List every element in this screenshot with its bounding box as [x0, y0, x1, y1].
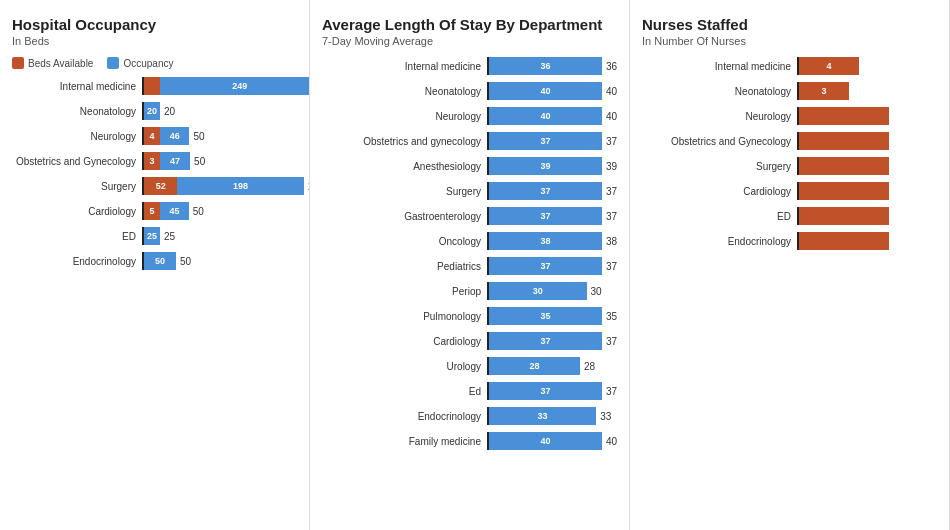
bar-end-value: 50 — [193, 131, 204, 142]
table-row: Cardiology — [642, 182, 937, 200]
bar-blue: 39 — [489, 157, 602, 175]
bar-label: Neurology — [12, 131, 142, 142]
panel1-chart: Internal medicine249250Neonatology2020Ne… — [12, 77, 297, 270]
bar-container: 50 — [144, 252, 176, 270]
bar-label: Anesthesiology — [322, 161, 487, 172]
table-row: Neurology — [642, 107, 937, 125]
bar-orange — [799, 182, 889, 200]
bar-blue: 50 — [144, 252, 176, 270]
bar-blue: 45 — [160, 202, 189, 220]
bar-label: Pulmonology — [322, 311, 487, 322]
bar-container: 25 — [144, 227, 160, 245]
bar-blue: 35 — [489, 307, 602, 325]
bar-orange — [799, 232, 889, 250]
bar-orange: 3 — [144, 152, 160, 170]
bar-label: Cardiology — [12, 206, 142, 217]
table-row: Cardiology3737 — [322, 332, 617, 350]
table-row: Cardiology54550 — [12, 202, 297, 220]
bar-orange — [799, 157, 889, 175]
bar-container: 545 — [144, 202, 189, 220]
bar-end-value: 36 — [606, 61, 617, 72]
table-row: Family medicine4040 — [322, 432, 617, 450]
bar-label: Surgery — [642, 161, 797, 172]
table-row: Ed3737 — [322, 382, 617, 400]
bar-orange — [144, 77, 160, 95]
bar-label: Urology — [322, 361, 487, 372]
bar-blue: 20 — [144, 102, 160, 120]
bar-label: Neonatology — [322, 86, 487, 97]
bar-orange: 4 — [144, 127, 160, 145]
bar-label: Surgery — [12, 181, 142, 192]
bar-blue: 25 — [144, 227, 160, 245]
table-row: Neonatology3 — [642, 82, 937, 100]
table-row: Pediatrics3737 — [322, 257, 617, 275]
table-row: Obstetrics and gynecology3737 — [322, 132, 617, 150]
bar-label: Periop — [322, 286, 487, 297]
bar-end-value: 37 — [606, 386, 617, 397]
table-row: Pulmonology3535 — [322, 307, 617, 325]
legend-orange-box — [12, 57, 24, 69]
bar-label: Neonatology — [12, 106, 142, 117]
table-row: Anesthesiology3939 — [322, 157, 617, 175]
legend-blue: Occupancy — [107, 57, 173, 69]
table-row: Neurology44650 — [12, 127, 297, 145]
bar-label: Neurology — [322, 111, 487, 122]
bar-orange — [799, 207, 889, 225]
panel-hospital-occupancy: Hospital Occupancy In Beds Beds Availabl… — [0, 0, 310, 530]
table-row: Gastroenterology3737 — [322, 207, 617, 225]
bar-end-value: 50 — [194, 156, 205, 167]
bar-container: 20 — [144, 102, 160, 120]
panel3-chart: Internal medicine4Neonatology3NeurologyO… — [642, 57, 937, 250]
bar-label: Internal medicine — [322, 61, 487, 72]
bar-label: Surgery — [322, 186, 487, 197]
bar-end-value: 28 — [584, 361, 595, 372]
bar-label: Gastroenterology — [322, 211, 487, 222]
panel1-legend: Beds Available Occupancy — [12, 57, 297, 69]
table-row: Internal medicine4 — [642, 57, 937, 75]
legend-blue-box — [107, 57, 119, 69]
bar-blue: 40 — [489, 432, 602, 450]
bar-end-value: 37 — [606, 261, 617, 272]
bar-blue: 46 — [160, 127, 189, 145]
table-row: Endocrinology — [642, 232, 937, 250]
bar-label: Endocrinology — [322, 411, 487, 422]
panel-nurses-staffed: Nurses Staffed In Number Of Nurses Inter… — [630, 0, 950, 530]
bar-end-value: 30 — [591, 286, 602, 297]
bar-end-value: 38 — [606, 236, 617, 247]
bar-orange — [799, 132, 889, 150]
bar-end-value: 37 — [606, 186, 617, 197]
bar-container: 52198 — [144, 177, 304, 195]
table-row: Urology2828 — [322, 357, 617, 375]
table-row: Surgery — [642, 157, 937, 175]
bar-label: Family medicine — [322, 436, 487, 447]
panel-avg-length: Average Length Of Stay By Department 7-D… — [310, 0, 630, 530]
bar-blue: 33 — [489, 407, 596, 425]
legend-orange-label: Beds Available — [28, 58, 93, 69]
bar-label: Cardiology — [322, 336, 487, 347]
bar-label: Pediatrics — [322, 261, 487, 272]
table-row: Neonatology2020 — [12, 102, 297, 120]
bar-orange: 52 — [144, 177, 177, 195]
bar-blue: 37 — [489, 207, 602, 225]
bar-blue: 40 — [489, 82, 602, 100]
bar-label: Internal medicine — [12, 81, 142, 92]
bar-end-value: 33 — [600, 411, 611, 422]
bar-end-value: 40 — [606, 86, 617, 97]
bar-label: Endocrinology — [642, 236, 797, 247]
bar-container: 249 — [144, 77, 310, 95]
table-row: Neurology4040 — [322, 107, 617, 125]
bar-blue: 37 — [489, 382, 602, 400]
panel1-title: Hospital Occupancy — [12, 16, 297, 33]
table-row: Endocrinology3333 — [322, 407, 617, 425]
legend-orange: Beds Available — [12, 57, 93, 69]
bar-blue: 37 — [489, 132, 602, 150]
bar-label: Ed — [322, 386, 487, 397]
bar-label: Obstetrics and Gynecology — [642, 136, 797, 147]
bar-blue: 47 — [160, 152, 190, 170]
table-row: Periop3030 — [322, 282, 617, 300]
bar-container: 347 — [144, 152, 190, 170]
bar-blue: 40 — [489, 107, 602, 125]
bar-end-value: 37 — [606, 336, 617, 347]
bar-container: 446 — [144, 127, 189, 145]
bar-end-value: 39 — [606, 161, 617, 172]
